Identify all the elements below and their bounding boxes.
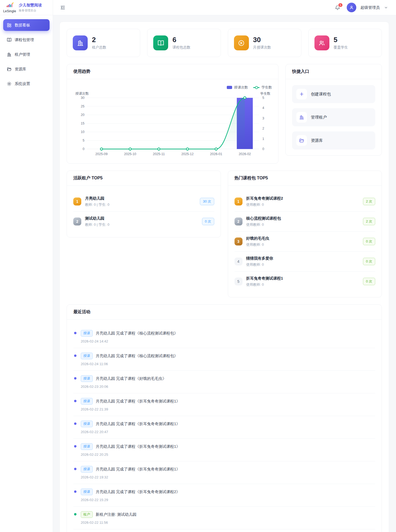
active-tenants-list: 1 月亮幼儿园 教师: 0 | 学生: 0 30 次 2 测试幼儿园 教师: 0… [67, 186, 221, 237]
svg-text:4: 4 [262, 106, 264, 110]
stat-label: 课程包总数 [172, 45, 191, 50]
quick-entry-list: 创建课程包 管理租户 资源库 [286, 79, 382, 155]
course-meta: 使用教师: 0 [246, 282, 283, 287]
activity-row: 授课 月亮幼儿园 完成了课程《核心流程测试课程包》 2026-02-24 14:… [73, 325, 375, 348]
chart-legend: 授课次数 学生数 [73, 85, 272, 90]
tenant-row[interactable]: 2 测试幼儿园 教师: 0 | 学生: 0 0 次 [73, 212, 214, 231]
sidebar-item-icon [7, 52, 12, 57]
activity-dot [74, 445, 76, 448]
activity-dot [74, 400, 76, 402]
quick-entry-card: 快捷入口 创建课程包 管理租户 资源库 [285, 64, 382, 156]
activity-timestamp: 2026-02-24 11:06 [81, 362, 375, 366]
rank-badge: 2 [235, 217, 243, 225]
course-meta: 使用教师: 0 [246, 222, 281, 227]
app-subtitle: 服务管理后台 [19, 9, 42, 13]
course-row[interactable]: 4 猜猜我有多爱你 使用教师: 0 0 次 [235, 252, 375, 272]
course-row[interactable]: 5 折耳兔奇奇测试课程1 使用教师: 0 0 次 [235, 272, 375, 291]
stat-value: 5 [334, 36, 348, 44]
stat-value: 6 [172, 36, 191, 44]
course-row[interactable]: 1 折耳兔奇奇测试课程2 使用教师: 0 2 次 [235, 192, 375, 212]
svg-text:2025-11: 2025-11 [153, 152, 165, 156]
sidebar-item-icon [7, 23, 12, 28]
svg-text:2025-12: 2025-12 [181, 152, 194, 156]
sidebar-item-icon [7, 81, 12, 86]
activity-row: 授课 月亮幼儿园 完成了课程《折耳兔奇奇测试课程1》 2026-02-22 21… [73, 393, 375, 416]
quick-entry-icon [296, 89, 307, 99]
line-legend-swatch [253, 86, 260, 89]
activity-timestamp: 2026-02-22 19:32 [81, 475, 375, 479]
notification-badge: 5 [338, 3, 343, 7]
quick-entry-label: 资源库 [311, 138, 323, 143]
trend-chart-svg: 051015202530012345授课次数学生数2025-092025-102… [73, 90, 272, 158]
notification-bell[interactable]: 5 [335, 5, 340, 10]
activity-dot [74, 513, 76, 515]
svg-text:30: 30 [81, 96, 84, 100]
sidebar-item-label: 课程包管理 [15, 37, 34, 42]
quick-entry-item[interactable]: 创建课程包 [292, 85, 375, 103]
activity-text: 月亮幼儿园 完成了课程《折耳兔奇奇测试课程1》 [96, 399, 180, 404]
activity-dot [74, 377, 76, 380]
svg-text:2026-02: 2026-02 [239, 152, 251, 156]
svg-text:3: 3 [262, 116, 264, 120]
activity-row: 授课 月亮幼儿园 完成了课程《折耳兔奇奇测试课程1》 2026-02-22 20… [73, 416, 375, 439]
avatar[interactable] [347, 3, 356, 12]
quick-entry-icon [296, 112, 307, 123]
stats-row: 2 租户总数 6 课程包总数 30 月授课次数 5 覆盖 [67, 29, 382, 57]
quick-entry-label: 创建课程包 [311, 92, 331, 97]
recent-activity-title: 最近活动 [67, 305, 382, 320]
active-tenants-card: 活跃租户 TOP5 1 月亮幼儿园 教师: 0 | 学生: 0 30 次 2 测… [67, 171, 221, 237]
hot-courses-list: 1 折耳兔奇奇测试课程2 使用教师: 0 2 次 2 核心流程测试课程包 使用教… [228, 186, 382, 297]
top-header: 5 超级管理员 [53, 0, 396, 15]
tenant-name: 月亮幼儿园 [85, 196, 110, 201]
rank-badge: 1 [73, 198, 81, 205]
logo-icon: LeSingle [3, 2, 16, 13]
legend-item-line[interactable]: 学生数 [253, 85, 272, 90]
usage-count-badge: 0 次 [363, 238, 375, 245]
sidebar-item-label: 数据看板 [15, 23, 30, 28]
tenant-row[interactable]: 1 月亮幼儿园 教师: 0 | 学生: 0 30 次 [73, 192, 214, 212]
activity-row: 授课 月亮幼儿园 完成了课程《折耳兔奇奇测试课程1》 2026-02-22 19… [73, 461, 375, 484]
svg-text:0: 0 [83, 147, 84, 151]
sidebar-item[interactable]: 数据看板 [3, 19, 50, 31]
activity-tag: 授课 [81, 443, 93, 450]
course-row[interactable]: 2 核心流程测试课程包 使用教师: 0 2 次 [235, 212, 375, 232]
activity-dot [74, 354, 76, 357]
sidebar-item-icon [7, 37, 12, 42]
quick-entry-item[interactable]: 管理租户 [292, 108, 375, 126]
user-name[interactable]: 超级管理员 [361, 5, 380, 10]
sidebar-collapse-icon[interactable] [60, 5, 66, 10]
usage-count-badge: 0 次 [202, 218, 214, 225]
sidebar-item[interactable]: 资源库 [3, 63, 50, 75]
chevron-down-icon[interactable] [384, 6, 388, 10]
activity-tag: 授课 [81, 375, 93, 382]
svg-text:2025-10: 2025-10 [124, 152, 136, 156]
svg-text:1: 1 [262, 137, 264, 141]
activity-dot [74, 332, 76, 334]
sidebar: LeSingle 少儿智慧阅读 服务管理后台 数据看板 课程包管理 租户管理 资… [0, 0, 53, 532]
rank-badge: 5 [235, 277, 243, 285]
svg-text:15: 15 [81, 122, 84, 125]
legend-label: 授课次数 [234, 85, 248, 90]
stat-label: 月授课次数 [253, 45, 271, 50]
main-content: 2 租户总数 6 课程包总数 30 月授课次数 5 覆盖 [59, 22, 389, 532]
sidebar-item[interactable]: 系统设置 [3, 78, 50, 90]
course-row[interactable]: 3 好饿的毛毛虫 使用教师: 0 0 次 [235, 232, 375, 252]
activity-dot [74, 422, 76, 425]
course-name: 核心流程测试课程包 [246, 216, 281, 221]
stat-card: 30 月授课次数 [228, 29, 301, 57]
svg-text:0: 0 [262, 147, 264, 151]
sidebar-item[interactable]: 租户管理 [3, 49, 50, 60]
quick-entry-icon [296, 135, 307, 146]
stat-card: 5 覆盖学生 [308, 29, 382, 57]
active-tenants-title: 活跃租户 TOP5 [67, 171, 221, 186]
bar-legend-swatch [227, 86, 232, 89]
usage-count-badge: 30 次 [200, 198, 214, 205]
activity-text: 月亮幼儿园 完成了课程《折耳兔奇奇测试课程1》 [96, 421, 180, 426]
stat-icon [314, 35, 329, 50]
logo-brand: LeSingle [3, 9, 16, 13]
activity-tag: 授课 [81, 421, 93, 427]
quick-entry-item[interactable]: 资源库 [292, 131, 375, 150]
legend-item-bar[interactable]: 授课次数 [227, 85, 248, 90]
sidebar-item[interactable]: 课程包管理 [3, 34, 50, 46]
course-meta: 使用教师: 0 [246, 242, 269, 247]
